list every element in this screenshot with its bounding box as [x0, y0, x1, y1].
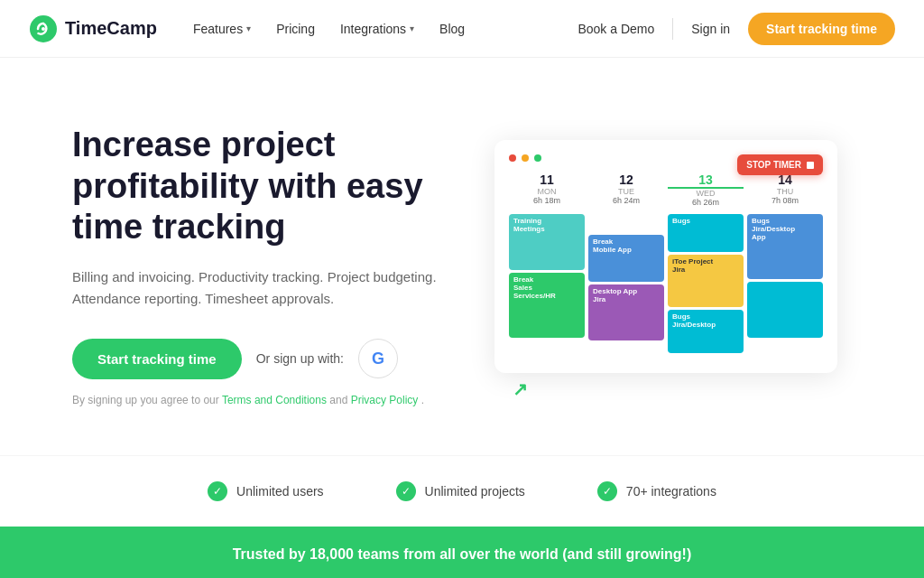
nav-book-demo[interactable]: Book a Demo [578, 22, 654, 36]
cal-event: BreakMobile App [588, 235, 664, 282]
feature-unlimited-users: ✓ Unlimited users [208, 481, 323, 501]
dot-green [534, 154, 541, 162]
sign-in-button[interactable]: Sign in [691, 22, 730, 36]
cal-event: TrainingMeetings [509, 214, 585, 270]
hero-left: Increase project profitability with easy… [72, 125, 444, 406]
hero-section: Increase project profitability with easy… [0, 58, 924, 455]
cal-spacer [588, 214, 664, 232]
hero-cta-button[interactable]: Start tracking time [72, 339, 242, 379]
svg-point-1 [42, 27, 45, 31]
features-strip: ✓ Unlimited users ✓ Unlimited projects ✓… [0, 455, 924, 527]
nav-features[interactable]: Features ▾ [193, 22, 251, 36]
nav-blog[interactable]: Blog [439, 22, 465, 36]
cal-day-13: 13 WED 6h 26m [668, 172, 744, 207]
cal-event: Desktop AppJira [588, 284, 664, 340]
hero-title: Increase project profitability with easy… [72, 125, 444, 248]
cal-day-12: 12 TUE 6h 24m [588, 172, 664, 207]
dot-red [509, 154, 516, 162]
trusted-text: Trusted by 18,000 teams from all over th… [20, 546, 904, 563]
cal-day-11: 11 MON 6h 18m [509, 172, 585, 207]
cal-col-mon: TrainingMeetings BreakSalesServices/HR [509, 214, 585, 359]
nav-right: Book a Demo Sign in Start tracking time [578, 13, 895, 45]
stop-timer-label: STOP TIMER [746, 160, 801, 170]
integrations-chevron-icon: ▾ [410, 23, 414, 33]
check-circle-icon: ✓ [597, 481, 617, 501]
check-circle-icon: ✓ [396, 481, 416, 501]
arrow-indicator: ↗ [513, 378, 528, 400]
cal-event: BugsJira/DesktopApp [747, 214, 823, 279]
hero-cta-area: Start tracking time Or sign up with: G [72, 339, 444, 379]
nav-links: Features ▾ Pricing Integrations ▾ Blog [193, 22, 578, 36]
feature-label: 70+ integrations [626, 484, 716, 499]
navbar: TimeCamp Features ▾ Pricing Integrations… [0, 0, 924, 58]
cal-event [747, 282, 823, 338]
cal-day-14: 14 THU 7h 08m [747, 172, 823, 207]
hero-subtitle: Billing and invoicing. Productivity trac… [72, 266, 444, 310]
timecamp-logo-icon [29, 14, 58, 43]
check-circle-icon: ✓ [208, 481, 227, 501]
feature-label: Unlimited users [236, 484, 323, 499]
stop-timer-button[interactable]: STOP TIMER [737, 154, 823, 175]
cal-col-wed: Bugs iToe ProjectJira BugsJira/Desktop [668, 214, 744, 359]
google-icon: G [372, 350, 384, 368]
terms-text: By signing up you agree to our Terms and… [72, 394, 444, 406]
google-signup-button[interactable]: G [358, 339, 398, 378]
navbar-cta-button[interactable]: Start tracking time [748, 13, 895, 45]
cal-event: BreakSalesServices/HR [509, 273, 585, 338]
calendar-header: 11 MON 6h 18m 12 TUE 6h 24m 13 WED 6h 26… [509, 172, 823, 207]
cal-event: BugsJira/Desktop [668, 310, 744, 353]
nav-pricing[interactable]: Pricing [276, 22, 315, 36]
nav-integrations[interactable]: Integrations ▾ [340, 22, 414, 36]
nav-divider [672, 18, 673, 40]
brand-name: TimeCamp [65, 18, 157, 39]
trusted-banner: Trusted by 18,000 teams from all over th… [0, 527, 924, 578]
cal-col-tue: BreakMobile App Desktop AppJira [588, 214, 664, 359]
features-chevron-icon: ▾ [246, 23, 251, 33]
logo[interactable]: TimeCamp [29, 14, 157, 43]
dot-yellow [522, 154, 529, 162]
terms-link[interactable]: Terms and Conditions [222, 394, 327, 406]
cal-event: Bugs [668, 214, 744, 252]
feature-label: Unlimited projects [425, 484, 525, 499]
or-signup-text: Or sign up with: [256, 351, 344, 366]
feature-unlimited-projects: ✓ Unlimited projects [396, 481, 525, 501]
hero-right: STOP TIMER 11 MON 6h 18m 12 TUE 6h 24m 1… [480, 158, 852, 373]
cal-event: iToe ProjectJira [668, 255, 744, 307]
calendar-body: TrainingMeetings BreakSalesServices/HR B… [509, 214, 823, 359]
cal-col-thu: BugsJira/DesktopApp [747, 214, 823, 359]
calendar-mockup: STOP TIMER 11 MON 6h 18m 12 TUE 6h 24m 1… [494, 140, 837, 373]
privacy-link[interactable]: Privacy Policy [351, 394, 419, 406]
feature-integrations: ✓ 70+ integrations [597, 481, 716, 501]
stop-icon [807, 162, 814, 169]
